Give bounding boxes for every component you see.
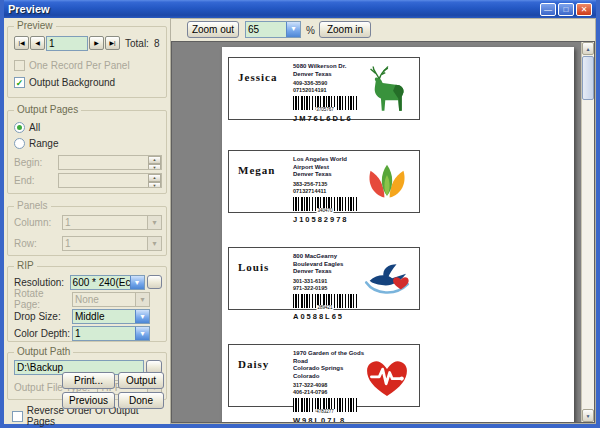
record-number-input[interactable]: 1	[46, 36, 88, 51]
label-phone-line1: 317-322-4098	[293, 382, 367, 389]
resolution-select[interactable]: 600 * 240(Econo ▾	[70, 275, 145, 290]
maximize-icon[interactable]: □	[558, 3, 574, 16]
begin-input[interactable]: ▲▼	[58, 155, 162, 170]
preview-canvas[interactable]: Jessica 5080 Wilkerson Dr. Denver Texas …	[171, 41, 595, 423]
label-phone-line1: 409-336-3590	[293, 80, 367, 87]
range-label: Range	[29, 138, 58, 149]
vertical-scrollbar[interactable]: ▲ ▼	[581, 42, 594, 422]
drop-size-value: Middle	[75, 311, 104, 322]
column-row: Column: 1 ▾	[14, 214, 162, 230]
reverse-order-checkbox[interactable]	[12, 411, 23, 422]
label-phone-line2: 07152014191	[293, 87, 367, 94]
zoom-level-select[interactable]: 65 ▾	[245, 21, 301, 38]
label-name: Louis	[238, 261, 290, 273]
next-record-icon[interactable]: ▶	[89, 36, 104, 50]
settings-sidebar: Preview |◀ ◀ 1 ▶ ▶| Total: 8 One Record …	[4, 18, 170, 424]
drop-size-row: Drop Size: Middle ▾	[14, 308, 162, 324]
last-record-icon[interactable]: ▶|	[105, 36, 120, 50]
label-address-line1: 5080 Wilkerson Dr.	[293, 63, 367, 71]
row-value: 1	[65, 238, 71, 249]
titlebar[interactable]: Preview ― □ ✕	[4, 0, 596, 18]
one-record-checkbox[interactable]	[14, 60, 25, 71]
previous-record-icon[interactable]: ◀	[30, 36, 45, 50]
label-code: JM76L6DL6	[293, 114, 367, 123]
drop-size-select[interactable]: Middle ▾	[72, 309, 150, 324]
reverse-order-row: Reverse Order Of Output Pages	[12, 408, 166, 424]
end-row: End: ▲▼	[14, 172, 162, 188]
chevron-down-icon[interactable]: ▾	[135, 310, 149, 323]
done-button[interactable]: Done	[118, 392, 164, 409]
zoom-in-button[interactable]: Zoom in	[319, 21, 371, 38]
previous-button[interactable]: Previous	[62, 392, 115, 409]
print-button[interactable]: Print...	[62, 372, 115, 389]
heart-pulse-logo-icon	[361, 350, 413, 402]
rotate-page-value: None	[75, 294, 99, 305]
close-icon[interactable]: ✕	[576, 3, 592, 16]
zoom-toolbar: Zoom out 65 ▾ % Zoom in	[171, 19, 595, 41]
label-address-line2: Denver Texas	[293, 268, 367, 276]
label-phone-line2: 07132714411	[293, 188, 367, 195]
first-record-icon[interactable]: |◀	[14, 36, 29, 50]
scroll-down-icon[interactable]: ▼	[582, 409, 594, 422]
chevron-down-icon[interactable]: ▾	[135, 293, 149, 306]
rotate-page-select[interactable]: None ▾	[72, 292, 150, 307]
chevron-down-icon[interactable]: ▾	[130, 276, 144, 289]
all-radio-row: All	[14, 119, 162, 135]
label-address-line1: Los Angeles World Airport West	[293, 156, 367, 171]
all-radio[interactable]	[14, 122, 25, 133]
label-name: Megan	[238, 164, 290, 176]
label-card: Louis 800 MacGearny Boulevard Eagles Den…	[228, 247, 420, 310]
scroll-up-icon[interactable]: ▲	[582, 42, 594, 55]
total-label: Total:	[125, 38, 149, 49]
lotus-logo-icon	[361, 156, 413, 208]
row-label: Row:	[14, 238, 62, 249]
resolution-browse-button[interactable]	[147, 275, 162, 289]
output-background-checkbox-row: ✓ Output Background	[14, 74, 162, 90]
range-radio-row: Range	[14, 135, 162, 151]
barcode: 340470	[293, 197, 357, 211]
label-address-line2: Denver Texas	[293, 171, 367, 179]
barcode-number: 289421	[316, 305, 333, 310]
output-path-group-label: Output Path	[14, 346, 73, 357]
spin-down-icon[interactable]: ▼	[148, 164, 161, 170]
dove-heart-logo-icon	[361, 253, 413, 305]
label-address-line2: Denver Texas	[293, 71, 367, 79]
preview-group: Preview |◀ ◀ 1 ▶ ▶| Total: 8 One Record …	[7, 26, 167, 98]
barcode-number: 340470	[316, 208, 333, 213]
zoom-out-button[interactable]: Zoom out	[187, 21, 239, 38]
range-radio[interactable]	[14, 138, 25, 149]
barcode: 289421	[293, 294, 357, 308]
end-label: End:	[14, 175, 58, 186]
column-value: 1	[65, 217, 71, 228]
begin-label: Begin:	[14, 157, 58, 168]
output-background-checkbox[interactable]: ✓	[14, 77, 25, 88]
chevron-down-icon[interactable]: ▾	[135, 327, 149, 340]
chevron-down-icon[interactable]: ▾	[147, 216, 161, 229]
label-content: 1970 Garden of the Gods Road Colorado Sp…	[293, 350, 367, 423]
color-depth-select[interactable]: 1 ▾	[72, 326, 150, 341]
rotate-page-row: Rotate Page: None ▾	[14, 291, 162, 307]
spin-up-icon[interactable]: ▲	[148, 174, 161, 182]
barcode-number: 3705767	[315, 107, 335, 112]
output-button[interactable]: Output	[118, 372, 164, 389]
begin-spinner[interactable]: ▲▼	[148, 156, 161, 169]
column-select[interactable]: 1 ▾	[62, 215, 162, 230]
all-label: All	[29, 122, 40, 133]
row-select[interactable]: 1 ▾	[62, 236, 162, 251]
scrollbar-thumb[interactable]	[582, 56, 594, 100]
label-address-line2: Colorado Springs Colorado	[293, 365, 367, 380]
rotate-page-label: Rotate Page:	[14, 288, 72, 310]
label-phone-line1: 301-331-6191	[293, 278, 367, 285]
output-pages-group: Output Pages All Range Begin: ▲▼	[7, 110, 167, 194]
minimize-icon[interactable]: ―	[540, 3, 556, 16]
chevron-down-icon[interactable]: ▾	[147, 237, 161, 250]
chevron-down-icon[interactable]: ▾	[286, 22, 300, 37]
spin-down-icon[interactable]: ▼	[148, 182, 161, 188]
label-address-line1: 800 MacGearny Boulevard Eagles	[293, 253, 367, 268]
end-spinner[interactable]: ▲▼	[148, 174, 161, 187]
spin-up-icon[interactable]: ▲	[148, 156, 161, 164]
end-input[interactable]: ▲▼	[58, 173, 162, 188]
label-card: Megan Los Angeles World Airport West Den…	[228, 150, 420, 213]
label-phone-line1: 383-256-7135	[293, 181, 367, 188]
begin-row: Begin: ▲▼	[14, 154, 162, 170]
